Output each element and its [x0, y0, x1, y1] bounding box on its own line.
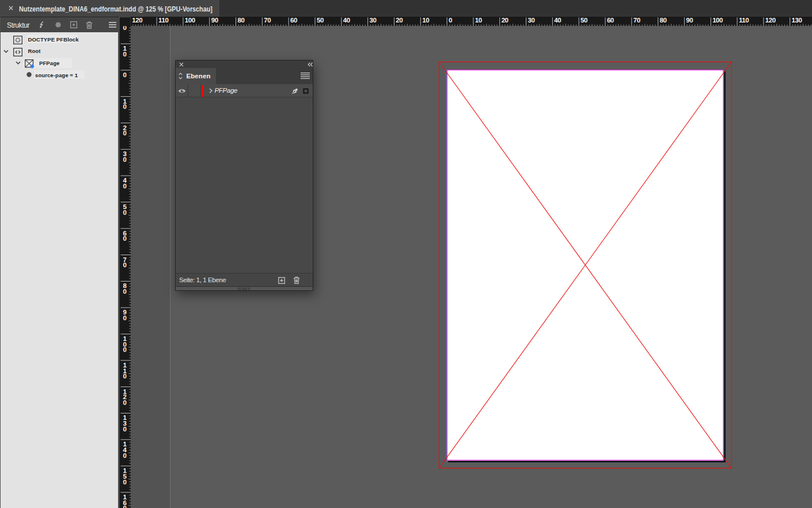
svg-text:40: 40 — [554, 17, 561, 24]
svg-text:20: 20 — [501, 17, 508, 24]
svg-text:30: 30 — [528, 17, 534, 24]
svg-text:90: 90 — [211, 17, 218, 24]
svg-text:110: 110 — [738, 17, 748, 24]
svg-text:100: 100 — [712, 17, 723, 24]
svg-text:80: 80 — [237, 17, 244, 24]
svg-text:110: 110 — [158, 17, 168, 24]
svg-text:50: 50 — [580, 17, 587, 24]
svg-text:70: 70 — [633, 17, 640, 24]
svg-text:60: 60 — [290, 17, 297, 24]
svg-text:50: 50 — [316, 17, 323, 24]
svg-text:0: 0 — [123, 157, 126, 164]
svg-text:0: 0 — [123, 314, 126, 321]
svg-text:0: 0 — [123, 236, 126, 242]
svg-text:0: 0 — [123, 183, 126, 189]
svg-text:0: 0 — [123, 479, 126, 486]
svg-text:0: 0 — [123, 130, 126, 137]
svg-text:0: 0 — [123, 262, 126, 269]
svg-text:120: 120 — [765, 17, 775, 24]
svg-text:0: 0 — [123, 505, 126, 508]
svg-text:20: 20 — [396, 17, 403, 24]
svg-text:60: 60 — [606, 17, 613, 24]
svg-text:0: 0 — [123, 347, 126, 354]
svg-text:30: 30 — [369, 17, 376, 24]
svg-text:0: 0 — [449, 17, 452, 24]
svg-text:0: 0 — [123, 452, 126, 459]
svg-text:70: 70 — [264, 17, 271, 24]
svg-text:10: 10 — [422, 17, 429, 24]
svg-text:130: 130 — [791, 17, 802, 24]
svg-text:0: 0 — [123, 373, 126, 380]
svg-text:120: 120 — [132, 17, 142, 24]
svg-text:0: 0 — [123, 71, 126, 78]
svg-text:100: 100 — [184, 17, 195, 24]
svg-text:10: 10 — [475, 17, 481, 24]
svg-text:0: 0 — [123, 104, 126, 111]
svg-text:0: 0 — [123, 209, 126, 216]
svg-text:0: 0 — [123, 289, 126, 295]
svg-text:0: 0 — [123, 426, 126, 433]
svg-text:40: 40 — [343, 17, 350, 24]
svg-text:80: 80 — [659, 17, 666, 24]
svg-text:0: 0 — [123, 400, 126, 407]
svg-text:0: 0 — [123, 51, 126, 58]
svg-text:90: 90 — [686, 17, 693, 24]
